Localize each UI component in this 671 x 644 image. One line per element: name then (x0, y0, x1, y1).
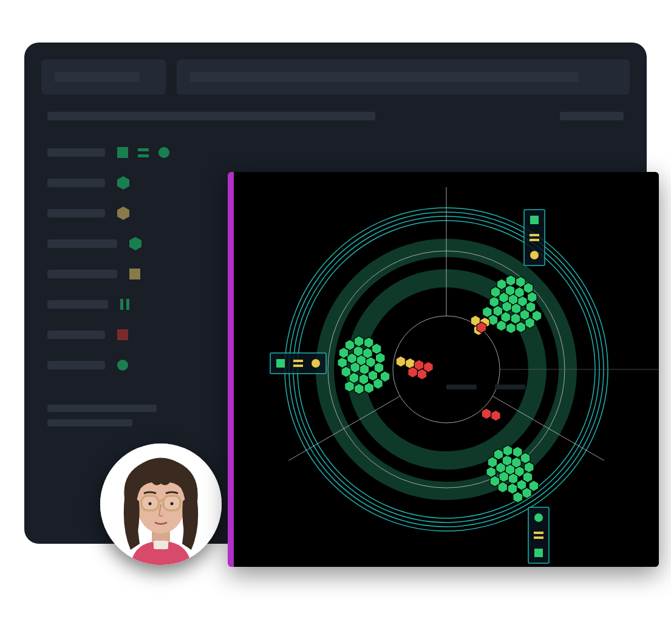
hexagon-icon (338, 357, 347, 368)
hexagon-icon (508, 473, 518, 484)
hexagon-icon (375, 352, 385, 363)
pause-icon (120, 299, 129, 310)
hexagon-icon (354, 336, 364, 347)
hexagon-icon (117, 207, 129, 220)
skeleton-line (47, 361, 105, 369)
hexagon-icon (494, 449, 503, 460)
hexagon-icon (502, 455, 512, 466)
equals-icon (293, 360, 303, 362)
hexagon-icon (508, 483, 517, 494)
skeleton-line (47, 239, 117, 248)
hexagon-icon (345, 340, 355, 351)
hexagon-icon (511, 313, 520, 324)
equals-icon (138, 148, 149, 157)
hexagon-icon (522, 487, 532, 498)
circle-icon (312, 359, 320, 368)
skeleton-line (47, 331, 105, 339)
hexagon-icon (359, 374, 369, 385)
hexagon-icon (373, 378, 383, 389)
square-icon (117, 329, 128, 340)
skeleton-line (560, 112, 624, 120)
skeleton-line (495, 385, 525, 389)
hexagon-icon (364, 383, 374, 394)
skeleton-line (47, 405, 157, 412)
skeleton-line (55, 72, 140, 82)
list-row[interactable] (47, 137, 630, 168)
hexagon-icon (506, 275, 516, 286)
square-icon (534, 549, 543, 557)
hexagon-icon (491, 410, 501, 421)
toolbar-search-box[interactable] (177, 60, 630, 95)
hexagon-icon (497, 279, 506, 290)
skeleton-line (47, 209, 105, 218)
hexagon-icon (527, 292, 537, 303)
hexagon-icon (355, 383, 364, 394)
skeleton-line (47, 419, 132, 426)
hexagon-icon (482, 408, 491, 419)
hexagon-icon (359, 364, 369, 375)
svg-rect-8 (154, 541, 168, 549)
hexagon-icon (515, 287, 525, 298)
hexagon-icon (417, 369, 427, 380)
square-icon (117, 147, 128, 158)
equals-icon (530, 239, 539, 241)
svg-point-7 (171, 502, 174, 505)
skeleton-line (47, 270, 117, 278)
circle-icon (534, 513, 543, 522)
skeleton-line (190, 72, 579, 82)
hexagon-icon (503, 445, 513, 456)
skeleton-line (47, 179, 105, 187)
hexagon-icon (408, 367, 418, 378)
circle-icon (158, 147, 169, 158)
hexagon-icon (486, 467, 496, 478)
square-icon (530, 216, 539, 224)
hexagon-icon (512, 457, 522, 468)
equals-icon (534, 532, 543, 534)
hexagon-icon (489, 296, 499, 307)
hexagon-icon (483, 306, 492, 317)
hexagon-icon (396, 356, 406, 367)
skeleton-line (47, 300, 108, 309)
hex-cluster-red (477, 322, 486, 333)
avatar-illustration (100, 444, 222, 565)
radar-badge[interactable] (528, 507, 549, 563)
hexagon-icon (345, 381, 355, 392)
radar-badge[interactable] (270, 353, 326, 374)
skeleton-line (446, 385, 477, 389)
hex-cluster-red (482, 408, 500, 421)
radar-badge[interactable] (524, 210, 545, 265)
skeleton-line (47, 148, 105, 157)
circle-icon (117, 360, 128, 371)
equals-icon (534, 536, 543, 539)
square-icon (129, 269, 140, 279)
hexagon-icon (513, 492, 523, 503)
hexagon-icon (525, 317, 535, 328)
hexagon-icon (524, 462, 534, 473)
hexagon-icon (516, 322, 526, 333)
toolbar-breadcrumb-box[interactable] (41, 60, 166, 95)
hexagon-icon (505, 285, 515, 296)
hexagon-icon (477, 322, 486, 333)
radar-visualization-window[interactable] (228, 172, 659, 567)
svg-point-6 (149, 502, 152, 505)
hexagon-icon (363, 348, 373, 358)
hexagon-icon (511, 303, 521, 314)
hexagon-icon (117, 176, 129, 190)
skeleton-line (47, 112, 375, 120)
square-icon (276, 359, 285, 368)
toolbar (41, 60, 630, 95)
hexagon-icon (353, 346, 363, 357)
hexagon-icon (506, 323, 516, 334)
avatar (100, 444, 222, 565)
subheader (41, 112, 630, 120)
equals-icon (530, 234, 539, 236)
hexagon-icon (129, 237, 141, 250)
radar-svg (234, 172, 659, 567)
equals-icon (293, 365, 303, 367)
circle-icon (530, 251, 539, 259)
